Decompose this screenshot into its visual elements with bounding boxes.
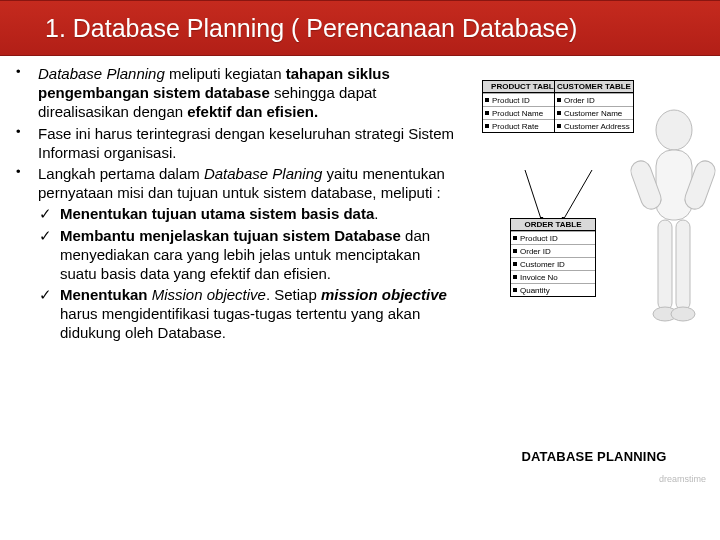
svg-line-0 (525, 170, 542, 222)
figure-column: PRODUCT TABLE Product ID Product Name Pr… (464, 64, 714, 504)
svg-rect-7 (676, 220, 690, 310)
bullet-item: Fase ini harus terintegrasi dengan kesel… (10, 124, 458, 162)
text: Fase ini harus terintegrasi dengan kesel… (38, 125, 454, 161)
customer-table: CUSTOMER TABLE Order ID Customer Name Cu… (554, 80, 634, 133)
table-row: Customer Name (555, 106, 633, 119)
database-planning-figure: PRODUCT TABLE Product ID Product Name Pr… (482, 72, 712, 492)
table-row: Customer ID (511, 257, 595, 270)
watermark-text: dreamstime (659, 474, 706, 484)
figure-caption: DATABASE PLANNING (484, 449, 704, 464)
person-character-icon (628, 102, 718, 362)
slide-header: 1. Database Planning ( Perencanaan Datab… (0, 0, 720, 56)
text: meliputi kegiatan (165, 65, 286, 82)
svg-point-2 (656, 110, 692, 150)
check-item: Menentukan Mission objective. Setiap mis… (38, 285, 458, 343)
bullet-list: Database Planning meliputi kegiatan taha… (10, 64, 458, 343)
text: mission objective (321, 286, 447, 303)
text: Mission objective (152, 286, 266, 303)
text: . (374, 205, 378, 222)
svg-rect-3 (656, 150, 692, 220)
erd-tables: PRODUCT TABLE Product ID Product Name Pr… (482, 80, 632, 350)
table-head: ORDER TABLE (511, 219, 595, 231)
text-column: Database Planning meliputi kegiatan taha… (10, 64, 464, 504)
bullet-item: Database Planning meliputi kegiatan taha… (10, 64, 458, 122)
text: Database Planing (204, 165, 322, 182)
table-row: Quantity (511, 283, 595, 296)
table-head: CUSTOMER TABLE (555, 81, 633, 93)
check-item: Menentukan tujuan utama sistem basis dat… (38, 204, 458, 223)
check-list: Menentukan tujuan utama sistem basis dat… (38, 204, 458, 342)
slide-title: 1. Database Planning ( Perencanaan Datab… (45, 14, 577, 43)
table-row: Order ID (555, 93, 633, 106)
svg-line-1 (562, 170, 592, 222)
text: Menentukan tujuan utama sistem basis dat… (60, 205, 374, 222)
text: Membantu menjelaskan tujuan sistem Datab… (60, 227, 401, 244)
table-row: Invoice No (511, 270, 595, 283)
text: Menentukan (60, 286, 152, 303)
text: Langkah pertama dalam (38, 165, 204, 182)
text: efektif dan efisien. (187, 103, 318, 120)
table-row: Product ID (511, 231, 595, 244)
text: Database Planning (38, 65, 165, 82)
table-row: Order ID (511, 244, 595, 257)
slide-content: Database Planning meliputi kegiatan taha… (0, 56, 720, 504)
svg-point-9 (671, 307, 695, 321)
order-table: ORDER TABLE Product ID Order ID Customer… (510, 218, 596, 297)
bullet-item: Langkah pertama dalam Database Planing y… (10, 164, 458, 343)
svg-rect-6 (658, 220, 672, 310)
text: harus mengidentifikasi tugas-tugas terte… (60, 305, 420, 341)
table-row: Customer Address (555, 119, 633, 132)
text: . Setiap (266, 286, 321, 303)
check-item: Membantu menjelaskan tujuan sistem Datab… (38, 226, 458, 284)
